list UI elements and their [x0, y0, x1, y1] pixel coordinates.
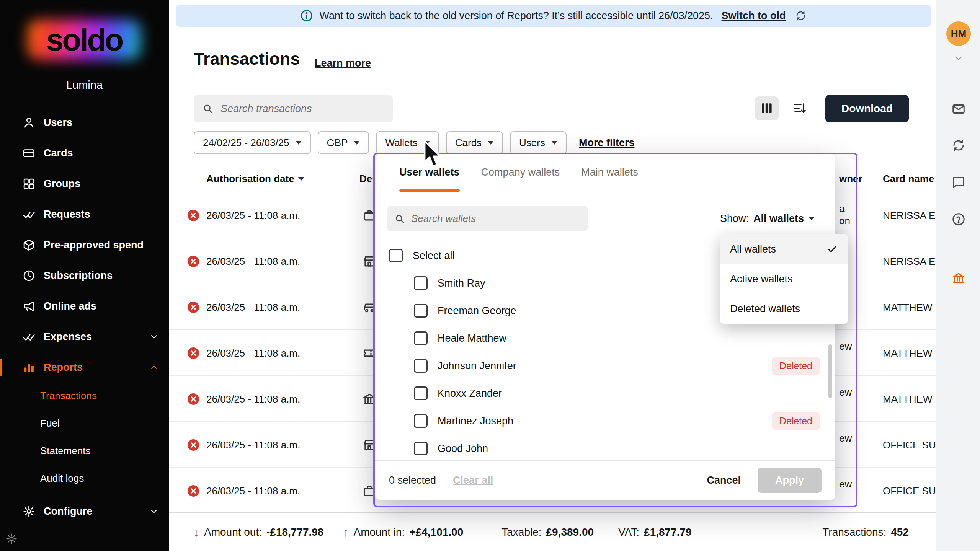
wallet-checkbox[interactable] — [414, 442, 428, 455]
ticket-icon — [362, 346, 377, 360]
corner-gear-icon[interactable] — [5, 533, 18, 545]
tab-user-wallets[interactable]: User wallets — [399, 154, 460, 191]
download-button[interactable]: Download — [825, 95, 909, 122]
show-filter-menu: All wallets Active wallets Deleted walle… — [720, 234, 848, 324]
taxable-label: Taxable: — [501, 526, 541, 538]
avatar[interactable]: HM — [946, 21, 971, 46]
card-name: NERISSA EI — [883, 256, 938, 267]
search-input[interactable] — [220, 103, 384, 115]
sort-list-icon — [792, 101, 807, 116]
show-filter-dropdown[interactable]: Show: All wallets — [720, 208, 815, 229]
sidebar-item-requests[interactable]: Requests — [0, 199, 169, 230]
refresh-icon[interactable] — [952, 139, 965, 152]
chevron-down-icon[interactable] — [953, 53, 964, 64]
menu-option-active-wallets[interactable]: Active wallets — [720, 264, 848, 294]
sidebar-item-reports[interactable]: Reports — [0, 352, 169, 383]
currency-filter[interactable]: GBP — [318, 131, 369, 154]
clock-icon — [23, 269, 35, 282]
popup-scrollbar-thumb[interactable] — [828, 344, 832, 398]
sidebar-item-subscriptions[interactable]: Subscriptions — [0, 260, 169, 291]
cards-filter[interactable]: Cards — [446, 131, 503, 154]
wallet-name: Smith Ray — [438, 277, 485, 289]
show-label: Show: — [720, 213, 749, 225]
search-icon — [394, 214, 405, 224]
sidebar-item-groups[interactable]: Groups — [0, 168, 169, 199]
menu-option-deleted-wallets[interactable]: Deleted wallets — [720, 294, 848, 324]
declined-icon — [186, 346, 200, 360]
transactions-search — [194, 95, 393, 122]
sidebar-item-users[interactable]: Users — [0, 107, 169, 138]
gear-icon — [23, 505, 35, 518]
card-name: MATTHEW — [883, 347, 933, 359]
wallet-checkbox[interactable] — [414, 304, 428, 318]
deleted-badge: Deleted — [772, 357, 820, 375]
apply-button[interactable]: Apply — [758, 468, 822, 493]
wallet-list-item: Martinez Joseph Deleted — [375, 407, 835, 435]
select-all-checkbox[interactable] — [389, 249, 403, 262]
sidebar-item-pre-approved-spend[interactable]: Pre-approved spend — [0, 230, 169, 260]
menu-option-label: All wallets — [730, 243, 776, 255]
declined-icon — [186, 254, 200, 268]
column-header-label: wner — [839, 173, 862, 185]
tab-company-wallets[interactable]: Company wallets — [481, 154, 560, 191]
deleted-badge: Deleted — [772, 412, 820, 430]
menu-option-label: Active wallets — [730, 273, 793, 285]
sidebar-item-online-ads[interactable]: Online ads — [0, 291, 169, 321]
learn-more-link[interactable]: Learn more — [315, 57, 371, 69]
wallet-checkbox[interactable] — [414, 276, 428, 290]
sidebar-item-label: Reports — [44, 362, 83, 373]
sidebar-item-statements[interactable]: Statements — [0, 437, 169, 465]
sidebar-item-expenses[interactable]: Expenses — [0, 321, 169, 352]
sidebar-item-label: Subscriptions — [44, 270, 113, 282]
wallet-name: Heale Matthew — [438, 333, 506, 344]
users-filter[interactable]: Users — [510, 131, 567, 154]
caret-down-icon — [551, 141, 557, 145]
row-density-button[interactable] — [788, 96, 812, 120]
wallet-list-item: Johnson Jennifer Deleted — [375, 352, 835, 380]
mail-icon[interactable] — [952, 102, 965, 116]
menu-option-all-wallets[interactable]: All wallets — [720, 234, 848, 264]
sidebar-item-fuel[interactable]: Fuel — [0, 409, 169, 437]
wallet-checkbox[interactable] — [414, 331, 428, 345]
wallet-checkbox[interactable] — [414, 386, 428, 400]
switch-to-old-link[interactable]: Switch to old — [722, 10, 786, 22]
megaphone-icon — [23, 300, 35, 313]
wallet-checkbox[interactable] — [414, 359, 428, 373]
users-label: Users — [519, 137, 545, 149]
sidebar-item-audit-logs[interactable]: Audit logs — [0, 465, 169, 492]
wallet-search-input[interactable] — [410, 212, 581, 225]
authorisation-date: 26/03/25 - 11:08 a.m. — [206, 393, 300, 405]
sidebar-item-label: Online ads — [44, 300, 96, 312]
soldo-logo[interactable]: soldo — [24, 17, 144, 63]
currency-label: GBP — [327, 137, 348, 149]
bar-chart-icon — [23, 361, 35, 374]
sidebar-item-configure[interactable]: Configure — [0, 496, 169, 527]
search-icon — [202, 103, 214, 114]
column-header-authorisation-date[interactable]: Authorisation date — [206, 173, 304, 185]
caret-down-icon — [488, 141, 494, 145]
select-all-row: Select all — [389, 242, 455, 269]
double-check-icon — [23, 208, 35, 221]
wallet-checkbox[interactable] — [414, 414, 428, 428]
clear-all-link[interactable]: Clear all — [453, 474, 493, 486]
sidebar-item-transactions[interactable]: Transactions — [0, 382, 169, 409]
cancel-button[interactable]: Cancel — [707, 474, 741, 486]
help-icon[interactable] — [952, 212, 965, 226]
columns-icon — [760, 101, 774, 116]
card-name: OFFICE SUI — [883, 485, 939, 497]
tab-main-wallets[interactable]: Main wallets — [581, 154, 638, 191]
date-range-filter[interactable]: 24/02/25 - 26/03/25 — [194, 131, 311, 154]
sidebar-item-label: Pre-approved spend — [44, 239, 144, 251]
sidebar-item-label: Groups — [44, 178, 80, 190]
column-settings-button[interactable] — [755, 96, 779, 120]
bank-icon[interactable] — [952, 271, 965, 285]
authorisation-date: 26/03/25 - 11:08 a.m. — [206, 256, 300, 267]
chat-icon[interactable] — [952, 176, 965, 189]
wallets-filter[interactable]: Wallets — [376, 131, 439, 154]
chevron-down-icon — [149, 332, 159, 342]
wallet-name: Knoxx Zander — [438, 388, 502, 399]
app-root: soldo Lumina Users Cards Groups Requests — [0, 0, 980, 551]
double-check-icon — [23, 331, 35, 343]
more-filters-link[interactable]: More filters — [579, 137, 635, 149]
sidebar-item-cards[interactable]: Cards — [0, 138, 169, 168]
